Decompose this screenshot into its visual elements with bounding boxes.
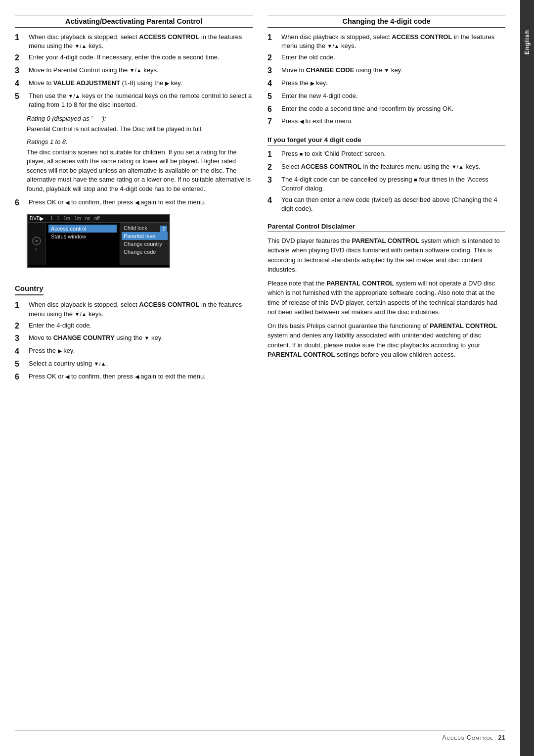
panel-change-country: Change country (122, 240, 168, 248)
main-content: Activating/Deactivating Parental Control… (0, 0, 520, 756)
col-left: Activating/Deactivating Parental Control… (15, 15, 253, 720)
section-change-code: Changing the 4-digit code 1 When disc pl… (267, 15, 505, 127)
osd-center: Access control Status window (45, 223, 120, 265)
subnote-rating0: Rating 0 (displayed as '– –'): Parental … (27, 114, 253, 134)
disc-icon (32, 236, 41, 245)
forget-step-4: 4 You can then enter a new code (twice!)… (267, 195, 505, 213)
step-5: 5 Then use the ▼/▲ keys or the numerical… (15, 92, 253, 109)
footer-page: 21 (498, 734, 505, 741)
activate-steps: 1 When disc playback is stopped, select … (15, 33, 253, 109)
section-country: Country 1 When disc playback is stopped,… (15, 275, 253, 382)
disclaimer-heading: Parental Control Disclaimer (267, 223, 505, 232)
side-tab-label: English (524, 30, 531, 54)
country-step-5: 5 Select a country using ▼/▲. (15, 359, 253, 370)
menu-access-control: Access control (48, 225, 117, 233)
disclaimer-p2: Please note that the PARENTAL CONTROL sy… (267, 279, 505, 317)
page-footer: Access Control 21 (15, 730, 505, 741)
osd-left: ≡ (28, 223, 45, 265)
section-disclaimer: Parental Control Disclaimer This DVD pla… (267, 223, 505, 360)
cc-step-6: 6 Enter the code a second time and recon… (267, 104, 505, 115)
country-heading: Country (15, 284, 44, 295)
osd-body: ≡ Access control Status window Child loc… (28, 223, 169, 265)
subnote-ratings1to8: Ratings 1 to 8: The disc contains scenes… (27, 138, 253, 193)
cc-step-7: 7 Press ◀ to exit the menu. (267, 117, 505, 127)
country-step-6: 6 Press OK or ◀ to confirm, then press ◀… (15, 372, 253, 382)
osd-screenshot: DVD▶ 1 1 1m 1m nc off ≡ (27, 214, 170, 268)
forget-steps: 1 Press ■ to exit 'Child Protect' screen… (267, 149, 505, 213)
change-code-heading: Changing the 4-digit code (267, 15, 505, 28)
two-col-layout: Activating/Deactivating Parental Control… (15, 15, 505, 720)
country-step-1: 1 When disc playback is stopped, select … (15, 300, 253, 318)
forget-code-heading: If you forget your 4 digit code (267, 136, 505, 145)
section-forget-code: If you forget your 4 digit code 1 Press … (267, 136, 505, 213)
activate-step6: 6 Press OK or ◀ to confirm, then press ◀… (15, 198, 253, 208)
menu-status-window: Status window (48, 233, 117, 240)
cc-step-5: 5 Enter the new 4-digit code. (267, 92, 505, 102)
disclaimer-p1: This DVD player features the PARENTAL CO… (267, 236, 505, 275)
cc-step-4: 4 Press the ▶ key. (267, 79, 505, 89)
page-wrapper: Activating/Deactivating Parental Control… (0, 0, 534, 756)
cc-step-1: 1 When disc playback is stopped, select … (267, 33, 505, 50)
step-6: 6 Press OK or ◀ to confirm, then press ◀… (15, 198, 253, 208)
section-activate-heading: Activating/Deactivating Parental Control (15, 15, 253, 28)
osd-badge: 2 (160, 226, 167, 233)
step-3: 3 Move to Parental Control using the ▼/▲… (15, 66, 253, 76)
step-2: 2 Enter your 4-digit code. If necessary,… (15, 53, 253, 63)
country-step-3: 3 Move to CHANGE COUNTRY using the ▼ key… (15, 333, 253, 344)
panel-change-code: Change code (122, 248, 168, 256)
forget-step-2: 2 Select ACCESS CONTROL in the features … (267, 162, 505, 173)
country-steps: 1 When disc playback is stopped, select … (15, 300, 253, 382)
osd-topbar: DVD▶ 1 1 1m 1m nc off (28, 215, 169, 223)
country-step-4: 4 Press the ▶ key. (15, 346, 253, 357)
country-step-2: 2 Enter the 4-digit code. (15, 321, 253, 331)
forget-step-1: 1 Press ■ to exit 'Child Protect' screen… (267, 149, 505, 160)
forget-step-3: 3 The 4-digit code can be cancelled by p… (267, 175, 505, 193)
cc-step-3: 3 Move to CHANGE CODE using the ▼ key. (267, 66, 505, 76)
step-1: 1 When disc playback is stopped, select … (15, 33, 253, 50)
footer-label: Access Control (442, 734, 493, 741)
panel-parental-level: Parental level (122, 232, 168, 240)
cc-step-2: 2 Enter the old code. (267, 53, 505, 63)
side-tab: English (520, 0, 534, 756)
disclaimer-p3: On this basis Philips cannot guarantee t… (267, 321, 505, 360)
change-code-steps: 1 When disc playback is stopped, select … (267, 33, 505, 127)
col-right: Changing the 4-digit code 1 When disc pl… (267, 15, 505, 720)
step-4: 4 Move to VALUE ADJUSTMENT (1-8) using t… (15, 79, 253, 89)
section-activate: Activating/Deactivating Parental Control… (15, 15, 253, 208)
